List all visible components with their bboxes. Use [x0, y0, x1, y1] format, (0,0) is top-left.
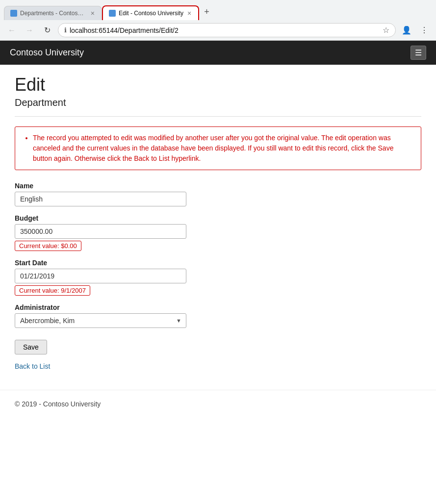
- account-icon[interactable]: 👤: [400, 24, 413, 37]
- footer: © 2019 - Contoso University: [0, 390, 436, 418]
- administrator-select-wrapper: Abercrombie, Kim Fakhouri, Fadi Harui, R…: [15, 313, 186, 328]
- divider: [15, 116, 421, 117]
- lock-icon: ℹ: [64, 26, 67, 34]
- url-box[interactable]: ℹ localhost:65144/Departments/Edit/2 ☆: [58, 23, 396, 37]
- app-title: Contoso University: [10, 48, 84, 58]
- tab-title-edit: Edit - Contoso University: [119, 10, 183, 17]
- budget-current-value: Current value: $0.00: [15, 241, 81, 251]
- tab-edit[interactable]: Edit - Contoso University ×: [102, 5, 199, 20]
- startdate-label: Start Date: [15, 259, 421, 267]
- tab-favicon-departments: [10, 10, 17, 17]
- main-content: Edit Department The record you attempted…: [0, 65, 436, 380]
- reload-button[interactable]: ↻: [40, 24, 54, 37]
- error-box: The record you attempted to edit was mod…: [15, 126, 421, 170]
- tab-departments[interactable]: Departments - Contoso Universi... ×: [4, 6, 102, 20]
- error-list: The record you attempted to edit was mod…: [23, 133, 413, 164]
- back-nav-button[interactable]: ←: [5, 24, 19, 37]
- forward-nav-button[interactable]: →: [23, 24, 36, 37]
- startdate-field-group: Start Date Current value: 9/1/2007: [15, 259, 421, 296]
- url-text: localhost:65144/Departments/Edit/2: [70, 26, 380, 34]
- app-navbar: Contoso University ☰: [0, 41, 436, 65]
- navbar-toggle-button[interactable]: ☰: [410, 46, 426, 60]
- page-subheading: Department: [15, 97, 421, 108]
- startdate-input[interactable]: [15, 269, 186, 283]
- page-heading: Edit: [15, 75, 421, 95]
- tab-favicon-edit: [109, 10, 116, 17]
- error-message: The record you attempted to edit was mod…: [33, 133, 413, 164]
- name-input[interactable]: [15, 192, 186, 206]
- address-bar: ← → ↻ ℹ localhost:65144/Departments/Edit…: [0, 20, 436, 40]
- name-label: Name: [15, 182, 421, 190]
- budget-input[interactable]: [15, 224, 186, 239]
- save-button[interactable]: Save: [15, 340, 47, 354]
- footer-text: © 2019 - Contoso University: [15, 400, 101, 408]
- budget-field-group: Budget Current value: $0.00: [15, 214, 421, 251]
- bookmark-icon[interactable]: ☆: [383, 25, 389, 35]
- startdate-current-value: Current value: 9/1/2007: [15, 285, 90, 296]
- tab-title-departments: Departments - Contoso Universi...: [20, 10, 87, 17]
- tab-close-edit[interactable]: ×: [186, 9, 192, 17]
- form-actions: Save: [15, 336, 421, 354]
- browser-chrome: Departments - Contoso Universi... × Edit…: [0, 0, 436, 41]
- new-tab-button[interactable]: +: [199, 4, 214, 20]
- administrator-field-group: Administrator Abercrombie, Kim Fakhouri,…: [15, 303, 421, 328]
- tab-bar: Departments - Contoso Universi... × Edit…: [0, 0, 436, 20]
- budget-label: Budget: [15, 214, 421, 222]
- back-to-list-link[interactable]: Back to List: [15, 362, 421, 370]
- administrator-select[interactable]: Abercrombie, Kim Fakhouri, Fadi Harui, R…: [15, 313, 186, 328]
- menu-icon[interactable]: ⋮: [417, 24, 431, 37]
- name-field-group: Name: [15, 182, 421, 206]
- tab-close-departments[interactable]: ×: [90, 9, 96, 17]
- administrator-label: Administrator: [15, 303, 421, 311]
